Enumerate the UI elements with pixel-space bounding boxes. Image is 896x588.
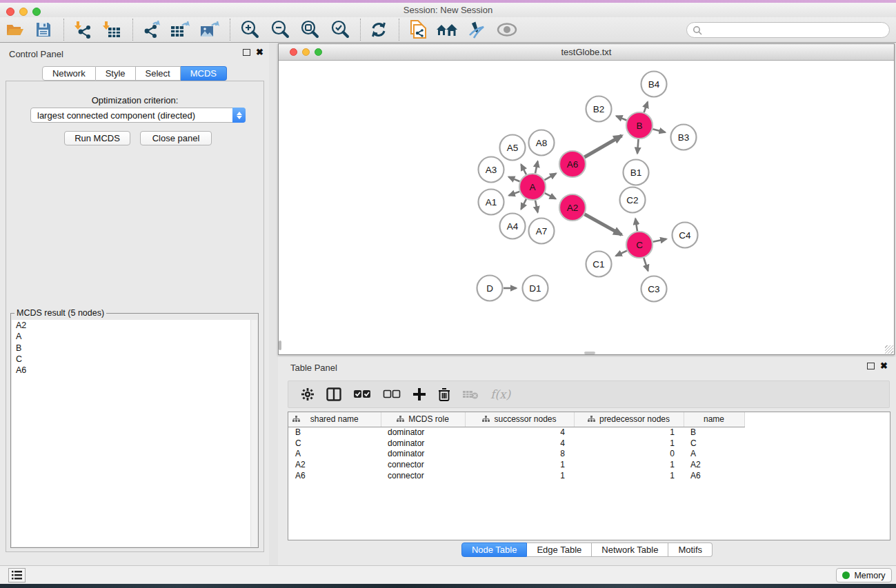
graph-node-C[interactable]: C — [626, 232, 653, 258]
graph-node-C1[interactable]: C1 — [586, 252, 612, 277]
zoom-selected-button[interactable] — [328, 19, 352, 40]
graph-node-A5[interactable]: A5 — [500, 135, 526, 161]
tab-select[interactable]: Select — [136, 66, 181, 81]
tab-network[interactable]: Network — [42, 66, 96, 81]
tab-style[interactable]: Style — [96, 66, 136, 81]
table-cell[interactable]: dominator — [381, 448, 465, 459]
graph-node-D[interactable]: D — [477, 276, 503, 301]
task-history-button[interactable] — [8, 568, 26, 582]
graph-edge-A-A4[interactable] — [521, 199, 526, 210]
float-panel-icon[interactable] — [243, 49, 250, 56]
close-table-panel-icon[interactable]: ✖ — [880, 363, 888, 369]
graph-node-C2[interactable]: C2 — [620, 187, 646, 213]
column-header-name[interactable]: name — [684, 412, 744, 427]
result-item[interactable]: A2 — [12, 320, 250, 331]
table-cell[interactable]: A2 — [684, 459, 744, 470]
graph-node-D1[interactable]: D1 — [523, 276, 548, 301]
tab-motifs[interactable]: Motifs — [668, 543, 713, 557]
tab-node-table[interactable]: Node Table — [461, 543, 528, 557]
table-cell[interactable]: 8 — [465, 448, 574, 459]
network-window-titlebar[interactable]: testGlobe.txt — [279, 44, 894, 61]
graph-node-A7[interactable]: A7 — [529, 219, 555, 244]
graph-node-B4[interactable]: B4 — [641, 72, 667, 97]
graph-edge-B-B3[interactable] — [653, 129, 665, 132]
result-item[interactable]: A — [12, 331, 250, 342]
tab-network-table[interactable]: Network Table — [592, 543, 668, 557]
criterion-dropdown[interactable]: largest connected component (directed) — [30, 108, 246, 123]
column-header-shared-name[interactable]: shared name — [288, 412, 381, 427]
clone-network-button[interactable] — [406, 19, 430, 40]
graph-edge-A2-C[interactable] — [584, 214, 621, 235]
canvas-vscroll-thumb[interactable] — [279, 341, 281, 350]
graph-node-A2[interactable]: A2 — [559, 194, 586, 221]
graph-edge-B-B1[interactable] — [637, 139, 639, 154]
window-resize-grip[interactable] — [885, 345, 893, 354]
graph-node-B3[interactable]: B3 — [671, 125, 697, 150]
table-cell[interactable]: 1 — [465, 470, 574, 481]
table-cell[interactable]: 4 — [465, 438, 574, 449]
network-canvas[interactable]: B4B2BB3A8A5A6A3B1AC2A1A2A4A7C4CC1DD1C3 — [279, 61, 894, 354]
save-session-button[interactable] — [32, 19, 55, 40]
result-item[interactable]: A6 — [12, 365, 250, 376]
graph-edge-A-A5[interactable] — [521, 165, 526, 175]
panel-splitter[interactable] — [269, 43, 278, 565]
first-neighbors-button[interactable] — [435, 19, 459, 40]
table-cell[interactable]: A6 — [288, 470, 381, 481]
import-network-button[interactable] — [72, 19, 95, 40]
column-header-predecessor-nodes[interactable]: predecessor nodes — [574, 412, 684, 427]
search-input[interactable] — [702, 26, 889, 35]
graph-node-B[interactable]: B — [626, 112, 653, 139]
export-network-button[interactable] — [140, 19, 163, 40]
graph-edge-C-C2[interactable] — [635, 219, 637, 231]
column-header-MCDS-role[interactable]: MCDS role — [381, 412, 465, 427]
hide-graphics-button[interactable] — [465, 19, 488, 40]
zoom-in-button[interactable] — [238, 19, 261, 40]
show-column-icon[interactable] — [326, 387, 341, 401]
table-cell[interactable]: A6 — [684, 470, 744, 481]
table-settings-gear-icon[interactable] — [301, 387, 315, 401]
table-cell[interactable]: dominator — [381, 427, 465, 438]
graph-edge-B-B2[interactable] — [616, 116, 626, 120]
table-cell[interactable]: A — [684, 448, 744, 459]
select-all-checkboxes-icon[interactable] — [353, 389, 371, 400]
table-cell[interactable]: 1 — [574, 438, 684, 449]
export-table-button[interactable] — [168, 19, 192, 40]
table-cell[interactable]: C — [288, 438, 381, 449]
graph-node-B2[interactable]: B2 — [586, 97, 612, 122]
column-header-successor-nodes[interactable]: successor nodes — [465, 412, 574, 427]
graph-node-A8[interactable]: A8 — [529, 130, 555, 156]
graph-node-A6[interactable]: A6 — [559, 151, 586, 177]
graph-edge-C-C3[interactable] — [644, 258, 648, 271]
refresh-button[interactable] — [367, 19, 390, 40]
graph-node-C3[interactable]: C3 — [641, 276, 667, 302]
graph-edge-C-C1[interactable] — [616, 251, 627, 256]
tab-edge-table[interactable]: Edge Table — [527, 543, 592, 557]
graph-edge-A-A2[interactable] — [545, 193, 556, 199]
result-item[interactable]: B — [12, 343, 250, 354]
table-cell[interactable]: 1 — [465, 459, 574, 470]
graph-node-A[interactable]: A — [519, 174, 546, 200]
graph-node-A3[interactable]: A3 — [479, 157, 504, 183]
float-table-panel-icon[interactable] — [867, 363, 875, 369]
table-cell[interactable]: 0 — [574, 448, 684, 459]
table-cell[interactable]: B — [684, 427, 744, 438]
table-cell[interactable]: 1 — [574, 459, 684, 470]
table-cell[interactable]: C — [684, 438, 744, 449]
table-cell[interactable]: dominator — [381, 438, 465, 449]
graph-edge-C-C4[interactable] — [653, 239, 667, 242]
graph-edge-A-A7[interactable] — [535, 201, 538, 212]
graph-edge-A6-B[interactable] — [584, 136, 621, 157]
table-cell[interactable]: connector — [381, 459, 465, 470]
graph-edge-A-A8[interactable] — [535, 161, 538, 173]
delete-column-icon[interactable] — [438, 387, 450, 401]
graph-edge-B-B4[interactable] — [644, 102, 648, 112]
table-cell[interactable]: A — [288, 448, 381, 459]
canvas-hscroll-thumb[interactable] — [584, 352, 595, 354]
open-file-button[interactable] — [3, 19, 27, 40]
table-cell[interactable]: 1 — [574, 427, 684, 438]
table-cell[interactable]: B — [288, 427, 381, 438]
table-row[interactable]: A2connector11A2 — [288, 459, 744, 470]
table-cell[interactable]: 4 — [465, 427, 574, 438]
table-row[interactable]: A6connector11A6 — [288, 470, 744, 481]
deselect-all-checkboxes-icon[interactable] — [383, 389, 401, 400]
